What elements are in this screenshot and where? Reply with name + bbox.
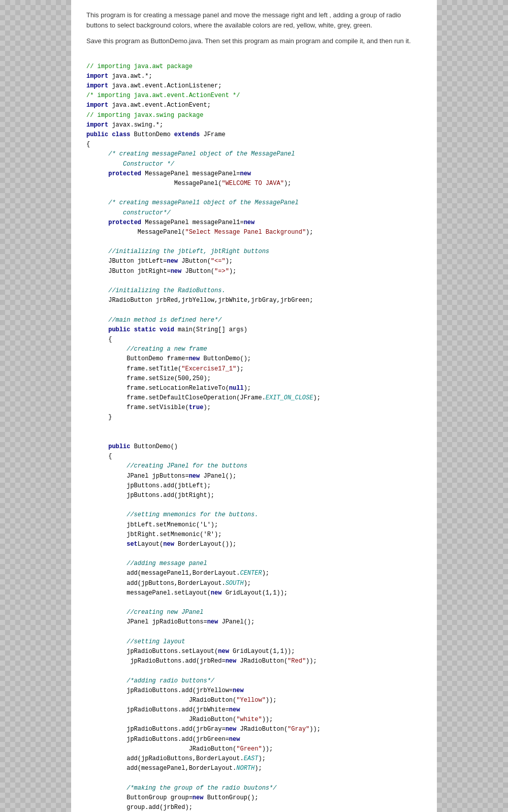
code-comment-8: //main method is defined here*/ bbox=[86, 317, 221, 324]
code-line-import-1: import bbox=[86, 73, 108, 80]
code-line-import-2: import bbox=[86, 82, 108, 89]
code-line-comment-2: /* importing java.awt.event.ActionEvent … bbox=[86, 92, 240, 99]
code-block: // importing java.awt package import jav… bbox=[86, 52, 422, 813]
code-line-import-4: import bbox=[86, 121, 108, 129]
description-paragraph-2: Save this program as ButtonDemo.java. Th… bbox=[86, 36, 422, 46]
code-comment-7: //initializing the RadioButtons. bbox=[86, 287, 226, 294]
content-area: This program is for creating a message p… bbox=[71, 0, 437, 812]
code-comment-11: //setting mnemonics for the buttons. bbox=[86, 511, 258, 518]
code-comment-14: //setting layout bbox=[86, 638, 185, 645]
code-comment-13: //creating new JPanel bbox=[86, 609, 203, 616]
code-line-comment-1: // importing java.awt package bbox=[86, 63, 193, 70]
code-comment-12: //adding message panel bbox=[86, 560, 207, 567]
code-line-comment-3: // importing javax.swing package bbox=[86, 112, 203, 119]
code-brace-open: { bbox=[86, 141, 90, 148]
code-comment-9: //creating a new frame bbox=[86, 346, 207, 353]
code-comment-4: /* creating messagePanel object of the M… bbox=[86, 150, 295, 167]
code-comment-10: //creating JPanel for the buttons bbox=[86, 462, 247, 470]
code-comment-5: /* creating messagePanel1 object of the … bbox=[86, 199, 299, 216]
code-line-import-3: import bbox=[86, 102, 108, 109]
description-paragraph-1: This program is for creating a message p… bbox=[86, 10, 422, 30]
code-comment-6: //initializing the jbtLeft, jbtRight but… bbox=[86, 248, 269, 255]
code-comment-15: /*adding radio buttons*/ bbox=[86, 677, 214, 684]
code-line-public: public class bbox=[86, 131, 130, 138]
code-comment-16: /*making the group of the radio buutons*… bbox=[86, 785, 276, 792]
